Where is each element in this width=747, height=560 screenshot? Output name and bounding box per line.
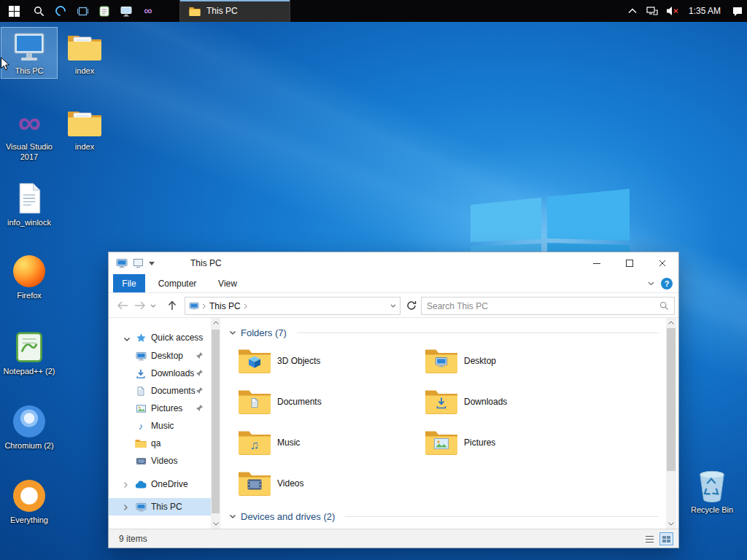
chevron-down-icon	[150, 304, 156, 308]
search-button[interactable]	[28, 0, 50, 22]
tab-file[interactable]: File	[113, 274, 145, 292]
expand-ribbon-button[interactable]	[643, 274, 658, 292]
details-view-button[interactable]	[643, 532, 657, 545]
sidebar-item-documents[interactable]: Documents	[109, 382, 211, 400]
address-bar[interactable]: This PC	[185, 297, 400, 315]
scroll-up-button[interactable]	[666, 318, 676, 327]
folder-tile-documents[interactable]: Documents	[231, 383, 413, 421]
folder-icon	[425, 428, 458, 456]
download-arrow-icon	[436, 397, 447, 411]
notepadpp-taskbar-button[interactable]	[93, 0, 115, 22]
collapse-chevron-icon[interactable]	[229, 511, 236, 521]
action-center-button[interactable]	[727, 0, 747, 22]
sidebar-item-downloads[interactable]: Downloads	[109, 365, 211, 382]
folder-tile-desktop[interactable]: Desktop	[417, 342, 600, 380]
qat-properties-icon[interactable]	[133, 252, 143, 274]
sidebar-item-qa[interactable]: qa	[109, 435, 211, 452]
tab-view[interactable]: View	[209, 274, 246, 292]
close-button[interactable]	[646, 252, 678, 274]
folder-tile-pictures[interactable]: Pictures	[417, 424, 600, 462]
explorer-window: This PC File Computer View ?	[108, 252, 679, 548]
start-button[interactable]	[0, 0, 28, 22]
volume-muted-icon	[666, 6, 678, 16]
address-dropdown-button[interactable]	[386, 298, 400, 314]
large-icons-view-button[interactable]	[659, 532, 673, 545]
search-input[interactable]	[427, 301, 659, 311]
sidebar-item-label: Downloads	[151, 368, 194, 378]
content-scrollbar[interactable]	[666, 318, 676, 529]
minimize-button[interactable]	[580, 252, 613, 274]
chevron-down-icon	[390, 304, 396, 308]
folder-icon	[425, 387, 458, 415]
folder-icon	[238, 346, 271, 374]
chevron-collapsed-icon[interactable]	[123, 481, 128, 491]
network-tray-button[interactable]	[643, 0, 662, 22]
desktop-icon-label: Everything	[10, 516, 48, 526]
scroll-down-button[interactable]	[666, 519, 676, 529]
collapse-chevron-icon[interactable]	[229, 327, 236, 338]
navigation-pane-scrollbar[interactable]	[211, 318, 220, 529]
desktop-icon-notepadpp[interactable]: Notepad++ (2)	[1, 328, 57, 378]
volume-tray-button[interactable]	[662, 0, 682, 22]
desktop-icon-info-winlock[interactable]: info_winlock	[1, 179, 57, 230]
back-button[interactable]	[115, 297, 131, 314]
chevron-collapsed-icon[interactable]	[123, 503, 128, 513]
breadcrumb-this-pc[interactable]: This PC	[206, 301, 244, 311]
music-note-icon: ♪	[135, 420, 147, 432]
forward-button[interactable]	[132, 297, 148, 314]
this-pc-mini-icon	[189, 302, 199, 311]
this-pc-taskbar-button[interactable]	[115, 0, 137, 22]
tray-expand-button[interactable]	[623, 0, 643, 22]
sidebar-item-music[interactable]: ♪ Music	[109, 417, 211, 435]
folder-tile-videos[interactable]: Videos	[231, 464, 413, 502]
tab-computer[interactable]: Computer	[151, 274, 204, 292]
desktop-icon-index-1[interactable]: index	[57, 28, 112, 78]
window-system-icon[interactable]	[116, 252, 128, 274]
folder-tile-label: Desktop	[464, 356, 496, 366]
desktop-icon-recycle-bin[interactable]: Recycle Bin	[684, 467, 740, 517]
folder-tile-music[interactable]: ♫ Music	[231, 424, 413, 462]
desktop-icon-chromium[interactable]: Chromium (2)	[1, 402, 57, 453]
refresh-button[interactable]	[403, 297, 419, 314]
sidebar-item-desktop[interactable]: Desktop	[109, 347, 211, 365]
recent-locations-button[interactable]	[148, 297, 158, 314]
desktop-icon-firefox[interactable]: Firefox	[1, 252, 57, 303]
visual-studio-taskbar-button[interactable]: ∞	[137, 0, 159, 22]
task-view-button[interactable]	[71, 0, 93, 22]
sidebar-item-onedrive[interactable]: OneDrive	[109, 475, 211, 493]
scrollbar-thumb[interactable]	[667, 328, 676, 471]
scrollbar-thumb[interactable]	[212, 330, 220, 513]
music-note-icon: ♫	[250, 438, 260, 451]
sidebar-item-videos[interactable]: Videos	[109, 452, 211, 470]
help-button[interactable]: ?	[659, 274, 675, 292]
up-button[interactable]	[164, 297, 180, 314]
desktop-icon-index-2[interactable]: index	[57, 104, 112, 154]
sidebar-item-this-pc[interactable]: This PC	[109, 498, 211, 516]
qat-customize-dropdown[interactable]	[149, 252, 155, 274]
desktop-icon-this-pc[interactable]: This PC	[1, 28, 57, 78]
sidebar-item-quick-access[interactable]: Quick access	[109, 329, 211, 346]
search-box	[421, 297, 675, 315]
scroll-up-button[interactable]	[211, 318, 220, 327]
folder-tile-label: Pictures	[464, 438, 495, 448]
taskbar-button-this-pc[interactable]: This PC	[179, 0, 290, 22]
desktop-icon-visual-studio[interactable]: ∞ Visual Studio 2017	[1, 104, 57, 164]
recycle-bin-icon	[694, 468, 729, 503]
title-bar[interactable]: This PC	[109, 252, 678, 274]
back-arrow-icon	[117, 301, 128, 310]
taskbar-clock[interactable]: 1:35 AM	[682, 0, 727, 22]
folder-tile-downloads[interactable]: Downloads	[417, 383, 600, 421]
chevron-expanded-icon[interactable]	[123, 334, 131, 344]
desktop-icon-label: index	[75, 142, 94, 152]
explorer-icon	[189, 7, 201, 16]
sidebar-item-pictures[interactable]: Pictures	[109, 400, 211, 417]
group-header-rule	[345, 516, 659, 517]
folder-tile-3d-objects[interactable]: 3D Objects	[231, 342, 413, 380]
taskbar: ∞ This PC 1:35 AM	[0, 0, 747, 22]
folder-icon	[135, 438, 147, 449]
folder-tile-label: Videos	[277, 478, 303, 489]
desktop-icon-everything[interactable]: Everything	[1, 477, 57, 527]
maximize-button[interactable]	[613, 252, 646, 274]
edge-taskbar-button[interactable]	[50, 0, 71, 22]
scroll-down-button[interactable]	[211, 519, 220, 529]
